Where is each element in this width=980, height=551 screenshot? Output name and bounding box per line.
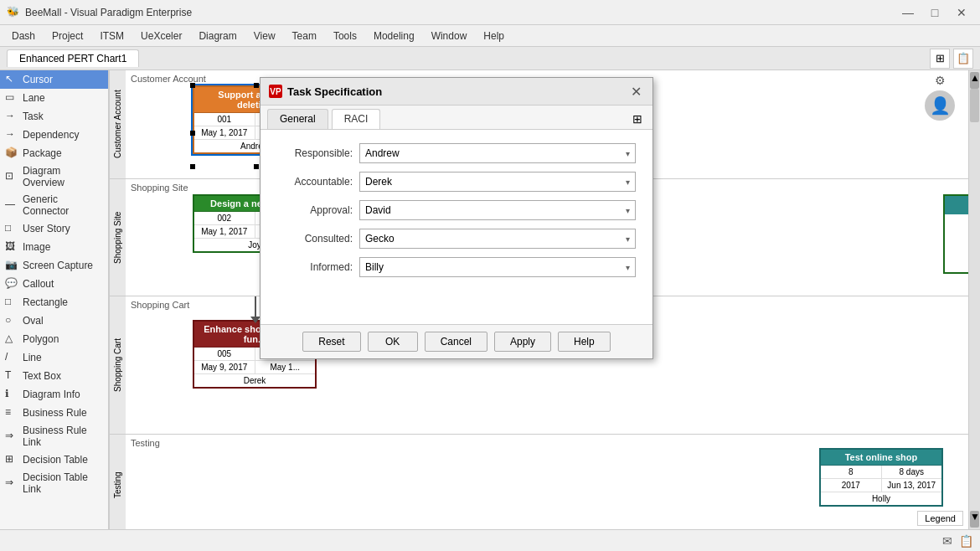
sidebar-item-generic-connector[interactable]: — Generic Connector (0, 191, 108, 219)
main-layout: ↖ Cursor ▭ Lane → Task → Dependency 📦 Pa… (0, 70, 980, 529)
sidebar-label-rectangle: Rectangle (23, 296, 68, 308)
sidebar-item-oval[interactable]: ○ Oval (0, 312, 108, 330)
sidebar-item-decision-table-link[interactable]: ⇒ Decision Table Link (0, 469, 108, 497)
informed-dropdown-arrow: ▾ (626, 263, 630, 272)
form-row-accountable: Accountable: Derek ▾ (277, 172, 636, 192)
sidebar-item-image[interactable]: 🖼 Image (0, 238, 108, 256)
sidebar-item-user-story[interactable]: □ User Story (0, 219, 108, 238)
sidebar-item-dependency[interactable]: → Dependency (0, 126, 108, 144)
sidebar-item-diagram-info[interactable]: ℹ Diagram Info (0, 385, 108, 404)
ok-button[interactable]: OK (368, 332, 418, 352)
responsible-select[interactable]: Andrew ▾ (359, 143, 636, 163)
sidebar-item-decision-table[interactable]: ⊞ Decision Table (0, 451, 108, 469)
sidebar-item-business-rule-link[interactable]: ⇒ Business Rule Link (0, 422, 108, 451)
close-button[interactable]: ✕ (950, 5, 973, 20)
task-node-4[interactable]: Test online shop 8 8 days 2017 Jun 13, 2… (819, 448, 943, 507)
lane-name-shopping-cart: Shopping Cart (126, 300, 189, 310)
dialog-tab-raci[interactable]: RACI (332, 109, 381, 129)
scroll-up-btn[interactable]: ▲ (970, 72, 979, 89)
sidebar-item-task[interactable]: → Task (0, 107, 108, 126)
sidebar-label-cursor: Cursor (23, 74, 53, 85)
app-title: BeeMall - Visual Paradigm Enterprise (25, 7, 896, 18)
task2-start: May 1, 2017 (194, 225, 255, 238)
informed-label: Informed: (277, 261, 353, 273)
sidebar-item-diagram-overview[interactable]: ⊡ Diagram Overview (0, 162, 108, 191)
task3-dates-row: May 9, 2017 May 1... (194, 361, 315, 374)
dialog-tab-settings-icon[interactable]: ⊞ (629, 109, 646, 129)
legend-label: Legend (925, 513, 956, 523)
menu-help[interactable]: Help (475, 28, 513, 44)
mail-icon[interactable]: ✉ (942, 534, 952, 548)
avatar[interactable]: 👤 (925, 90, 955, 121)
statusbar: ✉ 📋 (0, 529, 980, 551)
menu-modeling[interactable]: Modeling (365, 28, 423, 44)
consulted-select[interactable]: Gecko ▾ (359, 229, 636, 249)
accountable-dropdown-arrow: ▾ (626, 178, 630, 187)
lane-name-testing: Testing (126, 438, 160, 448)
sidebar-label-screen-capture: Screen Capture (23, 260, 93, 271)
menu-view[interactable]: View (245, 28, 284, 44)
reset-button[interactable]: Reset (302, 332, 360, 352)
diagram-overview-icon: ⊡ (5, 170, 18, 183)
gear-icon[interactable]: ⚙ (935, 74, 946, 87)
dialog-close-button[interactable]: ✕ (627, 83, 644, 100)
help-button[interactable]: Help (558, 332, 611, 352)
menu-diagram[interactable]: Diagram (190, 28, 245, 44)
accountable-value: Derek (365, 176, 392, 188)
menu-tools[interactable]: Tools (325, 28, 365, 44)
sidebar-item-cursor[interactable]: ↖ Cursor (0, 70, 108, 89)
apply-button[interactable]: Apply (494, 332, 551, 352)
vertical-scrollbar[interactable]: ▲ ▼ (968, 70, 980, 529)
sidebar-item-text-box[interactable]: T Text Box (0, 367, 108, 385)
sidebar-label-generic-connector: Generic Connector (23, 193, 103, 217)
oval-icon: ○ (5, 314, 18, 327)
form-row-consulted: Consulted: Gecko ▾ (277, 229, 636, 249)
menu-dash[interactable]: Dash (3, 28, 44, 44)
accountable-select[interactable]: Derek ▾ (359, 172, 636, 192)
scroll-thumb[interactable] (970, 89, 979, 122)
canvas-area[interactable]: Customer Account Customer Account Suppor… (109, 70, 980, 529)
sidebar-item-package[interactable]: 📦 Package (0, 144, 108, 162)
sidebar-item-rectangle[interactable]: □ Rectangle (0, 293, 108, 312)
task-icon: → (5, 110, 18, 123)
window-controls: — □ ✕ (896, 5, 973, 20)
handle-tc (254, 83, 259, 88)
menu-team[interactable]: Team (284, 28, 325, 44)
task3-start: May 9, 2017 (194, 361, 255, 373)
tabbar-copy-icon[interactable]: 📋 (953, 49, 973, 69)
minimize-button[interactable]: — (896, 5, 920, 20)
sidebar-label-task: Task (23, 111, 44, 122)
app-icon: 🐝 (7, 6, 20, 19)
lane-label-testing: Testing (109, 435, 126, 529)
scroll-down-btn[interactable]: ▼ (970, 511, 979, 528)
tabbar-grid-icon[interactable]: ⊞ (930, 49, 950, 69)
menu-project[interactable]: Project (44, 28, 91, 44)
menu-window[interactable]: Window (423, 28, 476, 44)
sidebar-item-polygon[interactable]: △ Polygon (0, 330, 108, 348)
informed-select[interactable]: Billy ▾ (359, 257, 636, 277)
task4-id: 8 (821, 466, 882, 478)
form-row-approval: Approval: David ▾ (277, 200, 636, 220)
tab-label: Enhanced PERT Chart1 (19, 53, 126, 64)
handle-bc (254, 164, 259, 169)
dialog-tab-general[interactable]: General (267, 109, 328, 129)
sidebar-label-decision-table-link: Decision Table Link (23, 471, 103, 495)
approval-select[interactable]: David ▾ (359, 200, 636, 220)
clipboard-icon[interactable]: 📋 (959, 534, 973, 548)
maximize-button[interactable]: □ (923, 5, 946, 20)
menu-uexceler[interactable]: UeXceler (132, 28, 190, 44)
sidebar-label-dependency: Dependency (23, 129, 79, 141)
callout-icon: 💬 (5, 277, 18, 291)
decision-table-link-icon: ⇒ (5, 476, 18, 490)
menu-itsm[interactable]: ITSM (91, 28, 132, 44)
sidebar-item-lane[interactable]: ▭ Lane (0, 89, 108, 107)
active-tab[interactable]: Enhanced PERT Chart1 (7, 49, 139, 67)
sidebar-label-text-box: Text Box (23, 370, 61, 382)
sidebar-item-business-rule[interactable]: ≡ Business Rule (0, 404, 108, 422)
sidebar-item-screen-capture[interactable]: 📷 Screen Capture (0, 256, 108, 275)
handle-tl (190, 83, 195, 88)
sidebar-item-callout[interactable]: 💬 Callout (0, 275, 108, 293)
legend-button[interactable]: Legend (917, 511, 963, 526)
sidebar-item-line[interactable]: / Line (0, 348, 108, 367)
cancel-button[interactable]: Cancel (425, 332, 487, 352)
